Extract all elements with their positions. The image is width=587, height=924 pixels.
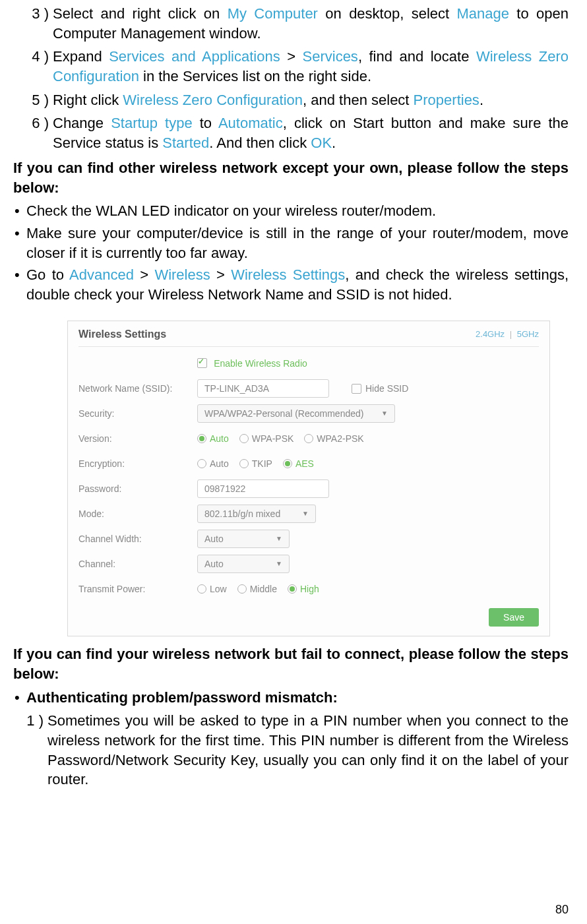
step-number: 6 ) <box>13 113 53 152</box>
inline-link: Services and Applications <box>109 48 280 65</box>
step-text: Expand Services and Applications > Servi… <box>53 47 569 86</box>
document-page: 3 )Select and right click on My Computer… <box>0 4 587 924</box>
section-heading-other-network: If you can find other wireless network e… <box>13 158 569 197</box>
ssid-input[interactable]: TP-LINK_AD3A <box>197 379 329 398</box>
inline-link: OK <box>311 135 332 151</box>
channel-label: Channel: <box>78 559 197 569</box>
tab-24ghz[interactable]: 2.4GHz <box>476 329 505 339</box>
transmit-power-label: Transmit Power: <box>78 584 197 594</box>
password-label: Password: <box>78 484 197 493</box>
enable-wireless-label: Enable Wireless Radio <box>214 358 307 369</box>
channel-select[interactable]: Auto▼ <box>197 555 290 573</box>
chevron-down-icon: ▼ <box>276 561 282 567</box>
step-text: Sometimes you will be asked to type in a… <box>47 711 569 789</box>
version-auto-radio[interactable]: Auto <box>197 434 229 443</box>
bullet-dot: • <box>13 224 26 262</box>
chevron-down-icon: ▼ <box>302 510 309 517</box>
encryption-aes-radio[interactable]: AES <box>283 459 314 468</box>
inline-link: Manage <box>456 5 509 22</box>
security-select[interactable]: WPA/WPA2-Personal (Recommended)▼ <box>197 404 395 423</box>
tx-low-radio[interactable]: Low <box>197 584 227 594</box>
chevron-down-icon: ▼ <box>381 410 388 417</box>
enable-wireless-checkbox[interactable] <box>197 358 207 368</box>
step-number: 1 ) <box>13 711 47 789</box>
inline-link: Advanced <box>69 266 134 283</box>
version-wpa2psk-radio[interactable]: WPA2-PSK <box>304 434 363 443</box>
tx-middle-radio[interactable]: Middle <box>237 584 277 594</box>
inline-link: Services <box>303 48 358 65</box>
step-text: Right click Wireless Zero Configuration,… <box>53 90 569 110</box>
bullet-text: Make sure your computer/device is still … <box>26 224 569 262</box>
band-tabs[interactable]: 2.4GHz | 5GHz <box>476 330 539 338</box>
channel-width-label: Channel Width: <box>78 534 197 543</box>
inline-link: Properties <box>414 92 479 108</box>
inline-link: Automatic <box>218 115 283 131</box>
auth-problem-heading: Authenticating problem/password mismatch… <box>26 688 569 708</box>
inline-link: Wireless Zero Configuration <box>123 92 303 108</box>
step-number: 5 ) <box>13 90 53 110</box>
hide-ssid-label: Hide SSID <box>365 384 408 393</box>
encryption-label: Encryption: <box>78 459 197 468</box>
channel-width-select[interactable]: Auto▼ <box>197 530 290 548</box>
save-button[interactable]: Save <box>489 608 539 627</box>
enable-wireless-row: Enable Wireless Radio <box>197 357 539 369</box>
bullet-dot: • <box>13 201 26 221</box>
tx-high-radio[interactable]: High <box>288 584 319 594</box>
security-label: Security: <box>78 409 197 418</box>
inline-link: Started <box>162 135 209 151</box>
inline-link: Wireless <box>154 266 210 283</box>
panel-title: Wireless Settings <box>78 329 166 340</box>
inline-link: My Computer <box>228 5 318 22</box>
wireless-settings-screenshot: Wireless Settings 2.4GHz | 5GHz Enable W… <box>67 321 550 637</box>
password-input[interactable]: 09871922 <box>197 479 329 498</box>
tab-divider: | <box>510 329 512 339</box>
step-number: 3 ) <box>13 4 53 43</box>
hide-ssid-checkbox[interactable] <box>352 384 361 394</box>
step-text: Select and right click on My Computer on… <box>53 4 569 43</box>
step-number: 4 ) <box>13 47 53 86</box>
hide-ssid-option[interactable]: Hide SSID <box>352 384 408 394</box>
wireless-settings-panel: Wireless Settings 2.4GHz | 5GHz Enable W… <box>67 321 550 637</box>
section-heading-fail-connect: If you can find your wireless network bu… <box>13 644 569 683</box>
step-text: Change Startup type to Automatic, click … <box>53 113 569 152</box>
inline-link: Wireless Settings <box>231 266 345 283</box>
version-wpapsk-radio[interactable]: WPA-PSK <box>239 434 294 443</box>
mode-select[interactable]: 802.11b/g/n mixed▼ <box>197 505 316 523</box>
ssid-label: Network Name (SSID): <box>78 384 197 393</box>
version-label: Version: <box>78 434 197 443</box>
inline-link: Startup type <box>111 115 193 131</box>
mode-label: Mode: <box>78 509 197 518</box>
bullet-text: Check the WLAN LED indicator on your wir… <box>26 201 569 221</box>
bullet-dot: • <box>13 688 26 708</box>
divider <box>78 346 539 347</box>
bullet-dot: • <box>13 265 26 304</box>
chevron-down-icon: ▼ <box>276 536 282 542</box>
tab-5ghz[interactable]: 5GHz <box>517 329 539 339</box>
bullet-text: Go to Advanced > Wireless > Wireless Set… <box>26 265 569 304</box>
page-number: 80 <box>555 902 569 917</box>
encryption-auto-radio[interactable]: Auto <box>197 459 229 468</box>
encryption-tkip-radio[interactable]: TKIP <box>239 459 272 468</box>
